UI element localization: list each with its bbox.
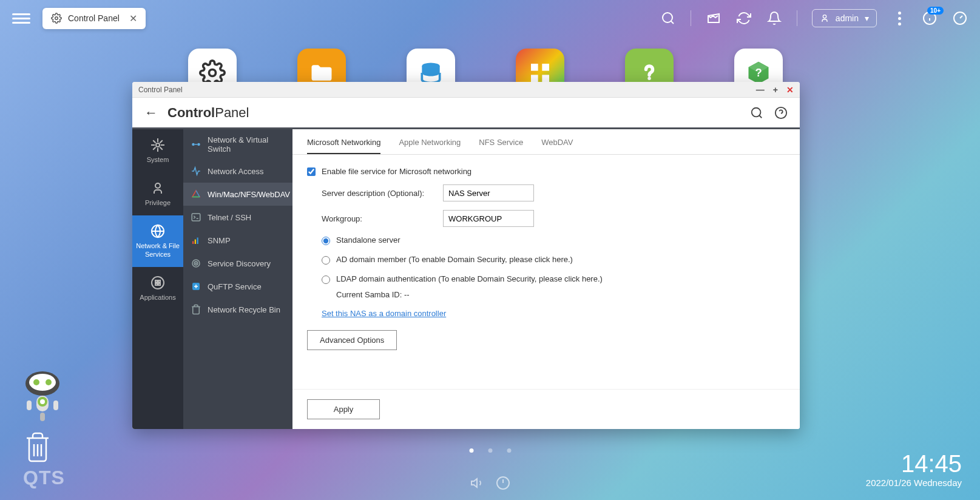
svg-point-19 — [156, 143, 160, 147]
power-icon[interactable] — [496, 476, 510, 490]
more-icon[interactable] — [891, 10, 907, 26]
content-tabs: Microsoft Networking Apple Networking NF… — [292, 129, 800, 155]
svg-rect-30 — [192, 242, 194, 245]
dashboard-icon[interactable] — [952, 10, 968, 26]
bell-icon[interactable] — [766, 10, 782, 26]
nav-quftp-service[interactable]: QuFTP Service — [183, 275, 292, 298]
nav-network-access[interactable]: Network Access — [183, 160, 292, 183]
radio-ad-label[interactable]: AD domain member (To enable Domain Secur… — [336, 255, 573, 264]
svg-rect-12 — [531, 75, 538, 82]
nav-telnet-ssh[interactable]: Telnet / SSH — [183, 206, 292, 229]
clock-time: 14:45 — [866, 450, 962, 478]
main-menu-button[interactable] — [12, 9, 30, 27]
workgroup-input[interactable] — [443, 210, 534, 227]
page-dot-1[interactable] — [469, 448, 473, 453]
svg-point-40 — [46, 379, 52, 385]
svg-point-39 — [33, 379, 39, 385]
svg-point-15 — [752, 107, 761, 117]
nav-label: Telnet / SSH — [208, 213, 251, 222]
samba-id-text: Current Samba ID: -- — [336, 290, 785, 299]
taskbar-tab-control-panel[interactable]: Control Panel ✕ — [42, 8, 146, 29]
topbar: Control Panel ✕ admin ▾ 10+ — [0, 0, 980, 36]
gear-icon — [51, 13, 62, 24]
chevron-down-icon: ▾ — [865, 13, 869, 23]
nav-label: Service Discovery — [208, 259, 271, 268]
help-icon[interactable] — [774, 106, 788, 120]
triangle-icon — [191, 189, 201, 200]
header-actions — [750, 106, 788, 120]
window-titlebar[interactable]: Control Panel — + ✕ — [132, 82, 800, 98]
tab-webdav[interactable]: WebDAV — [541, 138, 573, 154]
window-body: System Privilege Network & File Services… — [132, 129, 800, 429]
radio-ldap[interactable] — [322, 275, 330, 284]
nav-label: Win/Mac/NFS/WebDAV — [208, 190, 290, 199]
tab-nfs-service[interactable]: NFS Service — [479, 138, 523, 154]
svg-point-43 — [40, 399, 45, 404]
page-dot-3[interactable] — [507, 448, 511, 453]
sidebar-item-applications[interactable]: Applications — [132, 267, 183, 310]
form-area: Enable file service for Microsoft networ… — [292, 155, 800, 389]
radio-standalone-label: Standalone server — [336, 235, 400, 245]
svg-point-20 — [155, 183, 160, 188]
domain-controller-link[interactable]: Set this NAS as a domain controller — [322, 309, 446, 318]
svg-point-35 — [195, 263, 197, 264]
svg-rect-44 — [27, 400, 32, 410]
svg-rect-13 — [542, 75, 549, 82]
workgroup-label: Workgroup: — [322, 214, 443, 223]
nav-snmp[interactable]: SNMP — [183, 229, 292, 252]
back-button[interactable]: ← — [144, 105, 158, 121]
assistant-button[interactable] — [18, 367, 67, 427]
footer-buttons: Apply — [292, 389, 800, 429]
svg-point-8 — [209, 70, 216, 76]
tab-microsoft-networking[interactable]: Microsoft Networking — [307, 138, 380, 154]
sidebar-label: Applications — [140, 294, 175, 302]
sidebar-item-network-file-services[interactable]: Network & File Services — [132, 215, 183, 266]
svg-point-0 — [55, 17, 58, 20]
nav-service-discovery[interactable]: Service Discovery — [183, 252, 292, 275]
svg-rect-25 — [155, 283, 157, 285]
radio-ad[interactable] — [322, 256, 330, 265]
nav-network-recycle-bin[interactable]: Network Recycle Bin — [183, 298, 292, 321]
window-header: ← ControlPanel — [132, 98, 800, 129]
user-name: admin — [836, 13, 859, 23]
page-dot-2[interactable] — [488, 448, 492, 453]
sidebar-item-system[interactable]: System — [132, 129, 183, 172]
sync-icon[interactable] — [736, 10, 752, 26]
svg-rect-24 — [158, 280, 160, 282]
search-icon[interactable] — [660, 10, 676, 26]
apps-icon — [150, 275, 165, 290]
info-icon[interactable]: 10+ — [922, 10, 938, 26]
clapper-icon[interactable] — [706, 10, 721, 26]
trash-button[interactable] — [23, 431, 52, 464]
user-menu[interactable]: admin ▾ — [812, 9, 877, 27]
enable-row: Enable file service for Microsoft networ… — [307, 167, 785, 176]
radio-standalone[interactable] — [322, 237, 330, 245]
close-button[interactable]: ✕ — [786, 85, 794, 95]
svg-point-28 — [197, 143, 200, 146]
radar-icon — [191, 258, 201, 269]
apply-button[interactable]: Apply — [307, 399, 380, 419]
nav-win-mac-nfs-webdav[interactable]: Win/Mac/NFS/WebDAV — [183, 183, 292, 206]
sidebar-label: System — [147, 156, 169, 164]
search-icon[interactable] — [750, 106, 763, 120]
switch-icon — [191, 139, 201, 150]
desktop-pagination[interactable] — [469, 448, 511, 453]
volume-icon[interactable] — [470, 476, 485, 490]
nav-network-virtual-switch[interactable]: Network & Virtual Switch — [183, 129, 292, 160]
clock-date: 2022/01/26 Wednesday — [866, 478, 962, 488]
trash-icon — [191, 304, 201, 315]
enable-label: Enable file service for Microsoft networ… — [322, 167, 471, 176]
minimize-button[interactable]: — — [756, 85, 765, 95]
maximize-button[interactable]: + — [773, 85, 778, 95]
grid-icon — [528, 61, 552, 85]
sidebar-item-privilege[interactable]: Privilege — [132, 172, 183, 215]
radio-ldap-label[interactable]: LDAP domain authentication (To enable Do… — [336, 274, 603, 283]
tab-close-button[interactable]: ✕ — [129, 13, 137, 24]
qts-logo: QTS — [23, 467, 65, 489]
advanced-options-button[interactable]: Advanced Options — [307, 330, 397, 350]
server-desc-input[interactable] — [443, 184, 534, 201]
enable-checkbox[interactable] — [307, 167, 316, 176]
nav-label: QuFTP Service — [208, 282, 262, 291]
tab-apple-networking[interactable]: Apple Networking — [399, 138, 461, 154]
radio-ldap-row: LDAP domain authentication (To enable Do… — [322, 274, 785, 284]
